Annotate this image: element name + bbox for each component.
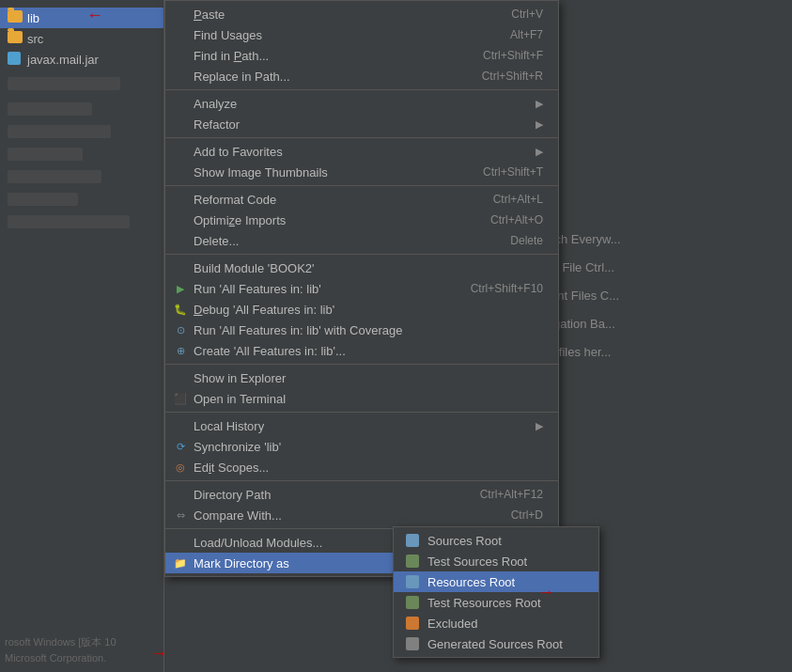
navigation-bar-hint: Navigation Ba...: [529, 310, 773, 338]
menu-item-show-thumbnails[interactable]: Show Image Thumbnails Ctrl+Shift+T: [165, 162, 558, 182]
add-favorites-arrow: ▶: [536, 146, 543, 158]
add-favorites-label: Add to Favorites: [194, 145, 283, 159]
menu-item-show-explorer[interactable]: Show in Explorer: [165, 367, 558, 388]
separator-5: [165, 364, 558, 365]
red-arrow-resources-root: →: [537, 583, 554, 602]
run-coverage-label: Run 'All Features in: lib' with Coverage: [194, 323, 402, 337]
find-usages-label: Find Usages: [194, 28, 262, 42]
search-everywhere-hint: Search Everyw...: [529, 226, 773, 254]
jar-icon: [8, 52, 23, 67]
drop-files-hint: Drop files her...: [529, 338, 773, 367]
folder-icon: [8, 10, 23, 25]
resources-root-label: Resources Root: [427, 575, 515, 589]
menu-item-optimize-imports[interactable]: Optimize Imports Ctrl+Alt+O: [165, 210, 558, 230]
menu-item-reformat-code[interactable]: Reformat Code Ctrl+Alt+L: [165, 189, 558, 210]
scope-icon: ◎: [173, 460, 188, 475]
separator-7: [165, 480, 558, 481]
sidebar: lib src javax.mail.jar: [0, 0, 164, 672]
sub-menu-resources-root[interactable]: Resources Root: [394, 571, 598, 592]
sidebar-item-javax-mail[interactable]: javax.mail.jar: [0, 49, 163, 70]
debug-icon: 🐛: [173, 302, 188, 317]
go-to-file-hint: Go to File Ctrl...: [529, 254, 773, 282]
show-thumbnails-label: Show Image Thumbnails: [194, 165, 328, 180]
separator-4: [165, 254, 558, 255]
menu-item-paste[interactable]: Paste Ctrl+V: [165, 4, 558, 24]
menu-item-analyze[interactable]: Analyze ▶: [165, 93, 558, 114]
directory-path-label: Directory Path: [194, 488, 271, 502]
generated-icon: [405, 636, 420, 651]
context-menu: Paste Ctrl+V Find Usages Alt+F7 Find in …: [164, 0, 559, 577]
menu-item-add-favorites[interactable]: Add to Favorites ▶: [165, 141, 558, 162]
analyze-arrow: ▶: [536, 98, 543, 110]
delete-label: Delete...: [194, 234, 239, 248]
paste-shortcut: Ctrl+V: [511, 8, 543, 21]
sub-menu-test-sources-root[interactable]: Test Sources Root: [394, 551, 598, 571]
menu-item-local-history[interactable]: Local History ▶: [165, 415, 558, 436]
menu-item-run-coverage[interactable]: ⊙ Run 'All Features in: lib' with Covera…: [165, 320, 558, 340]
test-sources-root-label: Test Sources Root: [427, 555, 527, 569]
menu-item-debug[interactable]: 🐛 Debug 'All Features in: lib': [165, 299, 558, 320]
menu-item-build-module[interactable]: Build Module 'BOOK2': [165, 258, 558, 278]
resources-root-icon: [405, 574, 420, 589]
menu-item-replace-in-path[interactable]: Replace in Path... Ctrl+Shift+R: [165, 66, 558, 86]
build-module-label: Build Module 'BOOK2': [194, 261, 315, 275]
debug-label: Debug 'All Features in: lib': [194, 303, 334, 317]
sub-menu-generated-sources-root[interactable]: Generated Sources Root: [394, 633, 598, 654]
sidebar-item-src[interactable]: src: [0, 28, 163, 49]
menu-item-run[interactable]: ▶ Run 'All Features in: lib' Ctrl+Shift+…: [165, 278, 558, 299]
edit-scopes-label: Edit Scopes...: [194, 461, 269, 475]
menu-item-compare-with[interactable]: ⇔ Compare With... Ctrl+D: [165, 505, 558, 525]
mark-directory-icon: 📁: [173, 555, 188, 570]
refactor-label: Refactor: [194, 117, 240, 132]
menu-item-find-in-path[interactable]: Find in Path... Ctrl+Shift+F: [165, 45, 558, 66]
find-in-path-label: Find in Path...: [194, 49, 269, 63]
separator-6: [165, 412, 558, 413]
separator-1: [165, 89, 558, 90]
menu-item-directory-path[interactable]: Directory Path Ctrl+Alt+F12: [165, 484, 558, 505]
run-shortcut: Ctrl+Shift+F10: [471, 282, 543, 295]
replace-in-path-shortcut: Ctrl+Shift+R: [482, 70, 543, 83]
separator-2: [165, 137, 558, 138]
show-thumbnails-shortcut: Ctrl+Shift+T: [483, 165, 543, 179]
test-sources-icon: [405, 554, 420, 569]
reformat-shortcut: Ctrl+Alt+L: [493, 193, 543, 206]
terminal-icon: ⬛: [173, 391, 188, 406]
sub-menu-excluded[interactable]: Excluded: [394, 613, 598, 633]
menu-item-delete[interactable]: Delete... Delete: [165, 230, 558, 251]
menu-item-create[interactable]: ⊕ Create 'All Features in: lib'...: [165, 340, 558, 361]
sidebar-item-lib[interactable]: lib: [0, 8, 163, 28]
sub-menu-test-resources-root[interactable]: Test Resources Root: [394, 592, 598, 613]
red-arrow-mark-directory: →: [150, 644, 167, 664]
load-unload-label: Load/Unload Modules...: [194, 536, 322, 550]
show-explorer-label: Show in Explorer: [194, 371, 286, 385]
separator-3: [165, 185, 558, 186]
run-icon: ▶: [173, 281, 188, 296]
replace-in-path-label: Replace in Path...: [194, 70, 290, 84]
test-resources-root-label: Test Resources Root: [427, 596, 541, 610]
sync-icon: ⟳: [173, 439, 188, 454]
sources-root-label: Sources Root: [427, 534, 502, 548]
optimize-shortcut: Ctrl+Alt+O: [490, 213, 543, 227]
synchronize-label: Synchronize 'lib': [194, 440, 281, 454]
menu-item-find-usages[interactable]: Find Usages Alt+F7: [165, 24, 558, 45]
menu-item-edit-scopes[interactable]: ◎ Edit Scopes...: [165, 457, 558, 477]
reformat-label: Reformat Code: [194, 193, 276, 207]
recent-files-hint: Recent Files C...: [529, 282, 773, 310]
sources-root-icon: [405, 533, 420, 548]
find-usages-shortcut: Alt+F7: [510, 28, 543, 41]
coverage-icon: ⊙: [173, 322, 188, 337]
menu-item-open-terminal[interactable]: ⬛ Open in Terminal: [165, 388, 558, 409]
analyze-label: Analyze: [194, 97, 237, 111]
sub-menu-sources-root[interactable]: Sources Root: [394, 530, 598, 551]
local-history-label: Local History: [194, 419, 264, 433]
menu-item-refactor[interactable]: Refactor ▶: [165, 114, 558, 134]
red-arrow-lib: ←: [86, 6, 103, 25]
menu-item-synchronize[interactable]: ⟳ Synchronize 'lib': [165, 436, 558, 457]
sub-context-menu: Sources Root Test Sources Root Resources…: [393, 526, 599, 658]
delete-shortcut: Delete: [510, 234, 543, 247]
test-resources-icon: [405, 595, 420, 610]
refactor-arrow: ▶: [536, 118, 543, 131]
directory-path-shortcut: Ctrl+Alt+F12: [480, 488, 543, 501]
open-terminal-label: Open in Terminal: [194, 392, 286, 406]
folder-icon: [8, 31, 23, 46]
